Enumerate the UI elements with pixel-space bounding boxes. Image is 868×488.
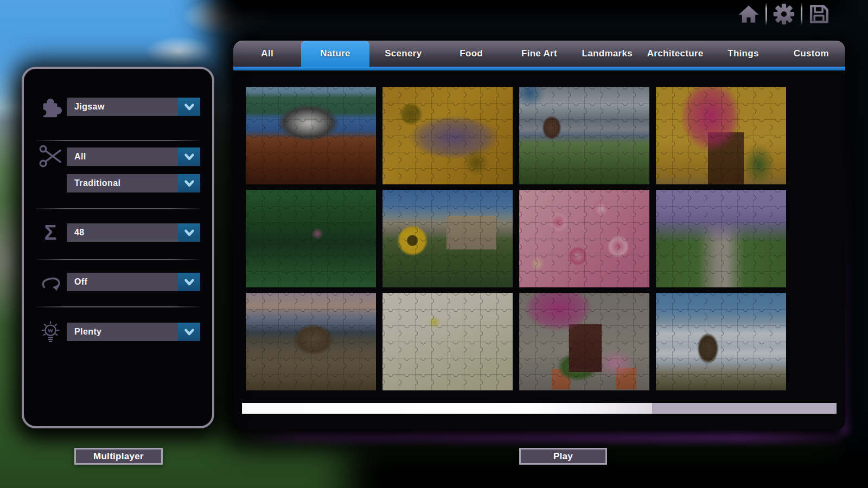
puzzle-type-dropdown[interactable]: Jigsaw xyxy=(67,98,200,116)
jigsaw-overlay xyxy=(519,87,649,184)
tab-fine-art[interactable]: Fine Art xyxy=(505,41,573,67)
chevron-down-icon xyxy=(178,223,200,242)
tab-landmarks[interactable]: Landmarks xyxy=(573,41,641,67)
tab-nature[interactable]: Nature xyxy=(301,41,369,67)
piece-count-dropdown[interactable]: 48 xyxy=(67,223,200,242)
purple-glow-bottom xyxy=(238,432,841,441)
settings-divider xyxy=(36,259,200,260)
app-window: All Nature Scenery Food Fine Art Landmar… xyxy=(0,0,868,488)
chevron-down-icon xyxy=(178,323,200,341)
home-icon[interactable] xyxy=(737,2,761,26)
puzzle-browser-panel: All Nature Scenery Food Fine Art Landmar… xyxy=(233,41,845,430)
jigsaw-overlay xyxy=(382,293,513,390)
cut-style-value: All xyxy=(67,152,86,162)
chevron-down-icon xyxy=(178,174,200,192)
jigsaw-overlay xyxy=(382,87,513,184)
thumbnail-grid xyxy=(246,87,837,390)
puzzle-thumbnail[interactable] xyxy=(519,190,649,287)
save-icon[interactable] xyxy=(807,2,831,26)
tab-custom[interactable]: Custom xyxy=(777,41,845,67)
header-divider xyxy=(765,3,767,25)
header-divider xyxy=(801,3,802,25)
bottom-shadow-band xyxy=(347,436,868,488)
settings-divider xyxy=(36,208,200,209)
settings-divider xyxy=(36,306,200,307)
svg-text:w: w xyxy=(48,327,53,333)
puzzle-thumbnail[interactable] xyxy=(382,293,513,390)
puzzle-thumbnail[interactable] xyxy=(656,190,786,287)
category-tabbar: All Nature Scenery Food Fine Art Landmar… xyxy=(233,41,845,67)
puzzle-piece-icon xyxy=(38,95,63,120)
chevron-down-icon xyxy=(178,273,200,291)
rotation-value: Off xyxy=(67,277,87,287)
jigsaw-overlay xyxy=(382,190,513,287)
multiplayer-button[interactable]: Multiplayer xyxy=(74,448,163,465)
tab-scenery[interactable]: Scenery xyxy=(369,41,437,67)
rotation-dropdown[interactable]: Off xyxy=(67,273,200,291)
jigsaw-overlay xyxy=(519,190,649,287)
header-toolbar xyxy=(737,2,831,26)
puzzle-thumbnail[interactable] xyxy=(382,190,513,287)
jigsaw-overlay xyxy=(246,190,376,287)
puzzle-thumbnail[interactable] xyxy=(382,87,513,184)
cut-shape-dropdown[interactable]: Traditional xyxy=(67,174,200,192)
piece-count-value: 48 xyxy=(67,228,85,237)
tab-architecture[interactable]: Architecture xyxy=(641,41,709,67)
puzzle-thumbnail[interactable] xyxy=(656,87,786,184)
puzzle-type-value: Jigsaw xyxy=(67,102,105,112)
scissors-icon xyxy=(38,144,63,169)
jigsaw-overlay xyxy=(656,190,786,287)
puzzle-thumbnail[interactable] xyxy=(246,87,376,184)
cut-style-dropdown[interactable]: All xyxy=(67,147,200,166)
jigsaw-overlay xyxy=(519,293,649,390)
puzzle-thumbnail[interactable] xyxy=(656,293,786,390)
sigma-icon: Σ xyxy=(38,220,63,245)
tab-food[interactable]: Food xyxy=(437,41,505,67)
jigsaw-overlay xyxy=(246,293,376,390)
play-button[interactable]: Play xyxy=(519,448,607,465)
hints-value: Plenty xyxy=(67,327,101,337)
jigsaw-overlay xyxy=(656,87,786,184)
cut-shape-value: Traditional xyxy=(67,178,120,188)
tabbar-accent-strip xyxy=(233,67,845,70)
puzzle-thumbnail[interactable] xyxy=(519,293,649,390)
gallery-scrollbar[interactable] xyxy=(242,403,837,414)
hint-bulb-icon: w xyxy=(38,319,63,344)
scrollbar-thumb[interactable] xyxy=(242,403,652,414)
jigsaw-overlay xyxy=(656,293,786,390)
puzzle-thumbnail[interactable] xyxy=(246,190,376,287)
settings-gear-icon[interactable] xyxy=(772,2,796,26)
chevron-down-icon xyxy=(178,98,200,116)
puzzle-thumbnail[interactable] xyxy=(519,87,649,184)
tab-all[interactable]: All xyxy=(233,41,301,67)
puzzle-thumbnail[interactable] xyxy=(246,293,376,390)
settings-divider xyxy=(36,140,200,141)
puzzle-settings-panel: Jigsaw All Traditional xyxy=(22,67,214,428)
chevron-down-icon xyxy=(178,147,200,166)
tab-things[interactable]: Things xyxy=(709,41,777,67)
rotation-icon xyxy=(37,271,62,296)
jigsaw-overlay xyxy=(246,87,376,184)
hints-dropdown[interactable]: Plenty xyxy=(67,323,200,341)
